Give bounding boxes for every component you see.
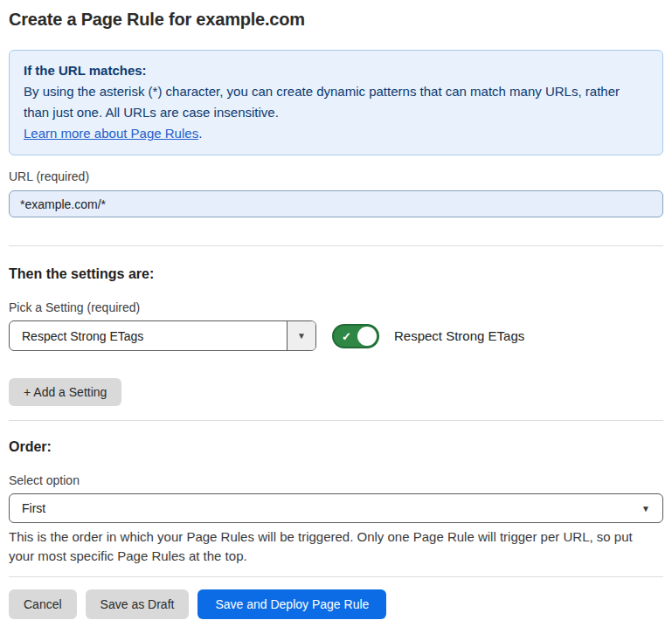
info-box-link-line: Learn more about Page Rules. [24, 123, 648, 144]
setting-select[interactable]: Respect Strong ETags ▼ [9, 320, 316, 351]
add-setting-button[interactable]: + Add a Setting [9, 378, 121, 406]
settings-section-heading: Then the settings are: [9, 266, 663, 282]
order-select[interactable]: First ▼ [9, 493, 663, 523]
footer-actions: Cancel Save as Draft Save and Deploy Pag… [9, 589, 663, 619]
order-select-label: Select option [9, 473, 663, 488]
setting-toggle-wrap: ✓ Respect Strong ETags [332, 324, 524, 348]
setting-row: Respect Strong ETags ▼ ✓ Respect Strong … [9, 320, 663, 351]
cancel-button[interactable]: Cancel [9, 589, 77, 619]
setting-picker-label: Pick a Setting (required) [9, 300, 663, 315]
divider [9, 245, 663, 246]
chevron-down-icon: ▼ [297, 331, 306, 341]
order-help-text: This is the order in which your Page Rul… [9, 527, 660, 566]
order-section-heading: Order: [9, 439, 663, 455]
setting-select-value: Respect Strong ETags [10, 321, 287, 350]
setting-select-arrow-button[interactable]: ▼ [287, 321, 315, 350]
order-select-value: First [22, 501, 45, 515]
page-title: Create a Page Rule for example.com [9, 10, 663, 30]
url-input[interactable] [9, 190, 663, 217]
info-box-body: By using the asterisk (*) character, you… [24, 81, 648, 123]
divider [9, 576, 663, 577]
info-box-heading: If the URL matches: [24, 60, 648, 81]
toggle-knob [357, 327, 377, 346]
url-match-info-box: If the URL matches: By using the asteris… [9, 50, 663, 155]
checkmark-icon: ✓ [342, 330, 351, 341]
chevron-down-icon: ▼ [641, 504, 650, 513]
save-and-deploy-button[interactable]: Save and Deploy Page Rule [197, 589, 386, 619]
save-as-draft-button[interactable]: Save as Draft [86, 589, 190, 619]
link-suffix: . [198, 126, 202, 141]
setting-toggle[interactable]: ✓ [332, 324, 379, 348]
page-rule-form: Create a Page Rule for example.com If th… [0, 10, 672, 619]
learn-more-link[interactable]: Learn more about Page Rules [24, 126, 198, 141]
setting-toggle-label: Respect Strong ETags [394, 328, 524, 343]
divider [9, 420, 663, 421]
url-field-label: URL (required) [9, 169, 663, 184]
